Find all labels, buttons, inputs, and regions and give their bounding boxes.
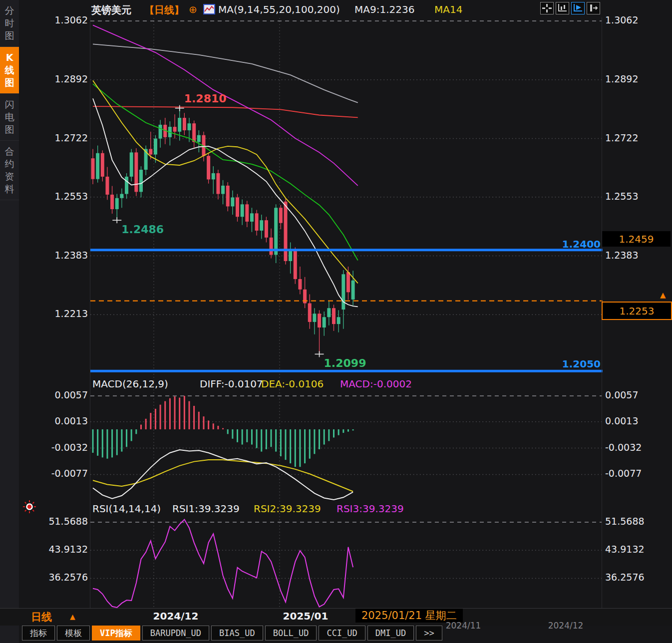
rsi2-value: RSI2:39.3239 [254, 503, 321, 515]
price-tick-label: 1.2383 [605, 250, 671, 261]
axis-candle-icon[interactable] [556, 2, 569, 14]
price-tick-label: 43.9132 [605, 544, 671, 555]
clipped-time-label: 2024/11 [436, 621, 491, 631]
price-tick-label: 36.2576 [605, 572, 671, 583]
chart-canvas[interactable] [0, 0, 672, 643]
price-tick-label: -0.0032 [605, 442, 671, 453]
macd-diff-value: DIFF:-0.0107 [200, 378, 263, 390]
axis-flag-icon[interactable] [571, 2, 585, 14]
macd-title: MACD(26,12,9) [92, 378, 168, 390]
resistance-level-label: 1.2400 [519, 238, 601, 250]
price-tick-label: 1.2722 [605, 132, 671, 143]
price-tick-label: -0.0032 [19, 442, 88, 453]
ma14-value: MA14 [434, 3, 462, 15]
time-axis-label: 2024/12 [141, 610, 211, 622]
left-sidebar: 分 时 图K 线 图闪 电 图合 约 资 料 [0, 0, 19, 643]
chart-style-icon[interactable] [203, 4, 215, 16]
alert-pulse-icon [22, 499, 37, 516]
price-tick-label: 1.3062 [19, 14, 88, 25]
swing-price-label: 1.2810 [184, 92, 227, 105]
prev-close-box: 1.2459 [602, 231, 671, 247]
price-tick-label: 0.0013 [605, 415, 671, 426]
price-tick-label: 1.2383 [19, 250, 88, 261]
price-tick-label: 51.5688 [19, 516, 88, 527]
sidebar-item-kline-chart[interactable]: K 线 图 [0, 47, 19, 94]
price-tick-label: 51.5688 [605, 516, 671, 527]
swing-price-label: 1.2486 [121, 223, 164, 236]
price-tick-label: 36.2576 [19, 572, 88, 583]
tab-bias_ud[interactable]: BIAS_UD [211, 626, 263, 641]
compass-icon[interactable]: ⊕ [189, 3, 197, 15]
time-axis-label: 2025/01 [271, 610, 340, 622]
price-tick-label: 0.0013 [19, 415, 88, 426]
tab-vip指标[interactable]: VIP指标 [92, 626, 140, 641]
price-tick-label: 1.2213 [19, 308, 88, 319]
rsi-title: RSI(14,14,14) [92, 503, 161, 515]
ma9-value: MA9:1.2236 [354, 3, 414, 15]
trading-app: 分 时 图K 线 图闪 电 图合 约 资 料 英镑美元 【日线】 ⊕ MA(9,… [0, 0, 672, 643]
crosshair-icon[interactable] [540, 2, 554, 14]
price-tick-label: 1.2892 [605, 73, 671, 84]
rsi1-value: RSI1:39.3239 [172, 503, 240, 515]
price-tick-label: 0.0057 [605, 389, 671, 400]
period-tag: 【日线】 [144, 3, 184, 17]
price-tick-label: 1.2553 [605, 191, 671, 202]
tab-barupdn_ud[interactable]: BARUPDN_UD [142, 626, 209, 641]
price-tick-label: 1.2892 [19, 73, 88, 84]
ma-params-label: MA(9,14,55,20,100,200) [218, 3, 340, 15]
macd-value: MACD:-0.0002 [340, 378, 412, 390]
clipped-time-label: 2024/12 [538, 621, 593, 631]
period-label[interactable]: 日线 [31, 610, 52, 624]
symbol-title: 英镑美元 [91, 3, 131, 17]
bar-shift-icon[interactable] [587, 2, 600, 14]
price-tick-label: 1.2722 [19, 132, 88, 143]
price-tick-label: -0.0077 [605, 468, 671, 479]
indicator-tab-bar: 指标模板VIP指标BARUPDN_UDBIAS_UDBOLL_UDCCI_UDD… [22, 626, 442, 641]
tab-[interactable]: >> [416, 626, 442, 641]
swing-price-label: 1.2099 [324, 357, 366, 369]
price-tick-label: 1.3062 [605, 14, 671, 25]
last-price-box: 1.2253 [602, 302, 672, 320]
price-up-arrow-icon: ▲ [660, 291, 666, 300]
period-dropdown-arrow-icon[interactable]: ▲ [70, 613, 75, 621]
price-tick-label: 43.9132 [19, 544, 88, 555]
tab-dmi_ud[interactable]: DMI_UD [367, 626, 414, 641]
sidebar-item-flash-chart[interactable]: 闪 电 图 [0, 94, 19, 141]
tab-指标[interactable]: 指标 [22, 626, 55, 641]
sidebar-item-time-share-chart[interactable]: 分 时 图 [0, 0, 19, 47]
rsi3-value: RSI3:39.3239 [336, 503, 404, 515]
price-tick-label: 0.0057 [19, 389, 88, 400]
tab-模板[interactable]: 模板 [57, 626, 90, 641]
tab-boll_ud[interactable]: BOLL_UD [265, 626, 317, 641]
support-level-label: 1.2050 [519, 358, 601, 370]
macd-dea-value: DEA:-0.0106 [261, 378, 324, 390]
sidebar-item-contract-info[interactable]: 合 约 资 料 [0, 141, 19, 200]
price-tick-label: -0.0077 [19, 468, 88, 479]
tab-cci_ud[interactable]: CCI_UD [319, 626, 365, 641]
price-tick-label: 1.2553 [19, 191, 88, 202]
